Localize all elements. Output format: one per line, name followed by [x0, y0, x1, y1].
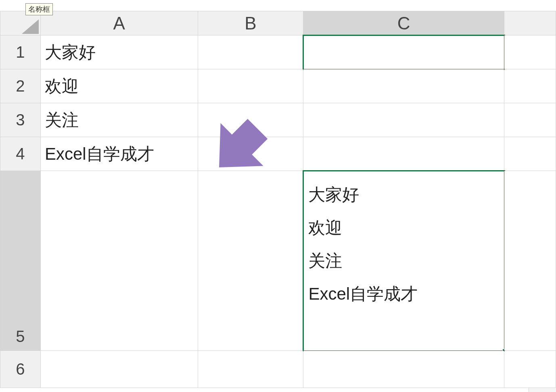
- row-header-4[interactable]: 4: [0, 137, 41, 171]
- name-box-tooltip: 名称框: [25, 3, 53, 15]
- cell-b6[interactable]: [198, 351, 303, 388]
- corner-triangle-icon: [22, 19, 39, 34]
- cell-b1[interactable]: [198, 35, 303, 69]
- cell-c6[interactable]: [303, 351, 504, 388]
- cell-c4[interactable]: [303, 137, 504, 171]
- arrow-down-right-icon: [199, 111, 276, 187]
- cell-c3[interactable]: [303, 103, 504, 137]
- column-header-a[interactable]: A: [40, 11, 198, 35]
- column-header-c[interactable]: C: [303, 11, 504, 35]
- column-header-d[interactable]: [504, 11, 556, 35]
- cell-c2[interactable]: [303, 69, 504, 103]
- cell-d1[interactable]: [504, 35, 556, 69]
- cell-b2[interactable]: [198, 69, 303, 103]
- cell-d6[interactable]: [504, 351, 556, 388]
- cell-c1[interactable]: [303, 35, 504, 69]
- cell-c5[interactable]: 大家好 欢迎 关注 Excel自学成才: [303, 171, 504, 351]
- row-header-1[interactable]: 1: [0, 35, 41, 69]
- spreadsheet-grid: A B C 1 大家好 2 欢迎 3 关注 4 Excel自学成才 5 大家好 …: [0, 11, 556, 388]
- cell-a1[interactable]: 大家好: [40, 35, 198, 69]
- cell-d5[interactable]: [504, 171, 556, 351]
- cell-d2[interactable]: [504, 69, 556, 103]
- cell-a2[interactable]: 欢迎: [40, 69, 198, 103]
- cell-a4[interactable]: Excel自学成才: [40, 137, 198, 171]
- cell-d4[interactable]: [504, 137, 556, 171]
- row-header-3[interactable]: 3: [0, 103, 41, 137]
- row-header-6[interactable]: 6: [0, 351, 41, 388]
- cell-a5[interactable]: [40, 171, 198, 351]
- cell-a6[interactable]: [40, 351, 198, 388]
- row-header-2[interactable]: 2: [0, 69, 41, 103]
- column-header-b[interactable]: B: [198, 11, 303, 35]
- cell-a3[interactable]: 关注: [40, 103, 198, 137]
- row-header-5[interactable]: 5: [0, 171, 41, 351]
- cell-d3[interactable]: [504, 103, 556, 137]
- cell-b5[interactable]: [198, 171, 303, 351]
